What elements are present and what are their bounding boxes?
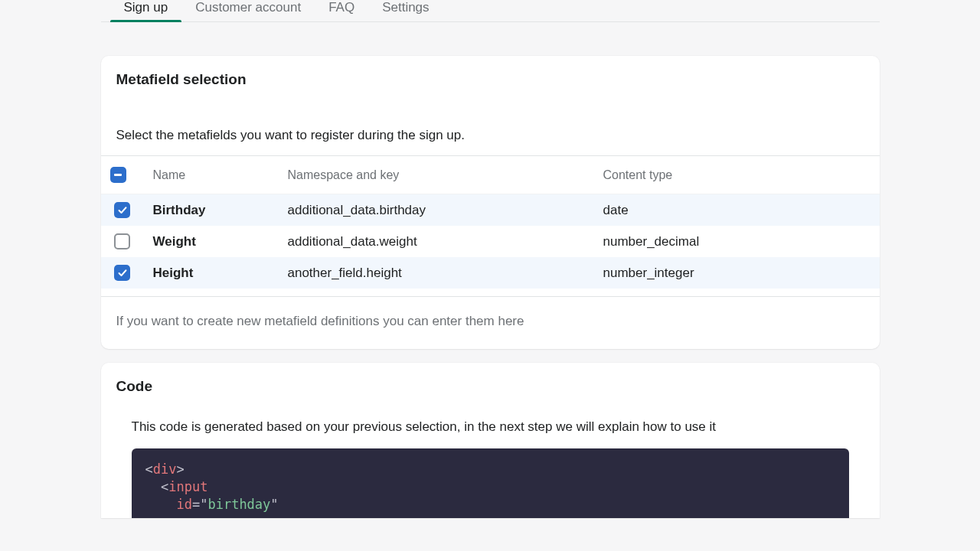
row-checkbox[interactable]	[114, 233, 130, 249]
cell-name: Weight	[144, 226, 279, 257]
create-definitions-link[interactable]: here	[498, 314, 524, 328]
cell-namespace: another_field.height	[279, 257, 594, 289]
tabs-bar: Sign up Customer account FAQ Settings	[101, 0, 880, 22]
metafield-table: Name Namespace and key Content type Birt…	[101, 156, 880, 289]
check-icon	[118, 269, 127, 278]
row-checkbox[interactable]	[114, 202, 130, 218]
column-header-type: Content type	[594, 156, 880, 194]
table-row[interactable]: Weight additional_data.weight number_dec…	[101, 226, 880, 257]
cell-type: number_decimal	[594, 226, 880, 257]
cell-namespace: additional_data.birthday	[279, 194, 594, 227]
cell-name: Height	[144, 257, 279, 289]
code-card-description: This code is generated based on your pre…	[101, 395, 880, 448]
column-header-namespace: Namespace and key	[279, 156, 594, 194]
tab-sign-up[interactable]: Sign up	[110, 0, 182, 21]
cell-type: number_integer	[594, 257, 880, 289]
table-row[interactable]: Height another_field.height number_integ…	[101, 257, 880, 289]
code-card-title: Code	[101, 363, 880, 395]
card-description: Select the metafields you want to regist…	[101, 103, 880, 155]
footer-note: If you want to create new metafield defi…	[101, 297, 880, 349]
cell-name: Birthday	[144, 194, 279, 227]
cell-namespace: additional_data.weight	[279, 226, 594, 257]
table-row[interactable]: Birthday additional_data.birthday date	[101, 194, 880, 227]
select-all-checkbox[interactable]	[110, 167, 126, 183]
tab-customer-account[interactable]: Customer account	[181, 0, 315, 21]
row-checkbox[interactable]	[114, 265, 130, 281]
check-icon	[118, 206, 127, 215]
tab-settings[interactable]: Settings	[368, 0, 443, 21]
column-header-name: Name	[144, 156, 279, 194]
cell-type: date	[594, 194, 880, 227]
code-block: <div> <input id="birthday"	[132, 448, 849, 518]
tab-faq[interactable]: FAQ	[315, 0, 368, 21]
code-card: Code This code is generated based on you…	[101, 363, 880, 518]
card-title: Metafield selection	[116, 71, 864, 88]
metafield-selection-card: Metafield selection Select the metafield…	[101, 56, 880, 349]
minus-icon	[114, 174, 122, 176]
